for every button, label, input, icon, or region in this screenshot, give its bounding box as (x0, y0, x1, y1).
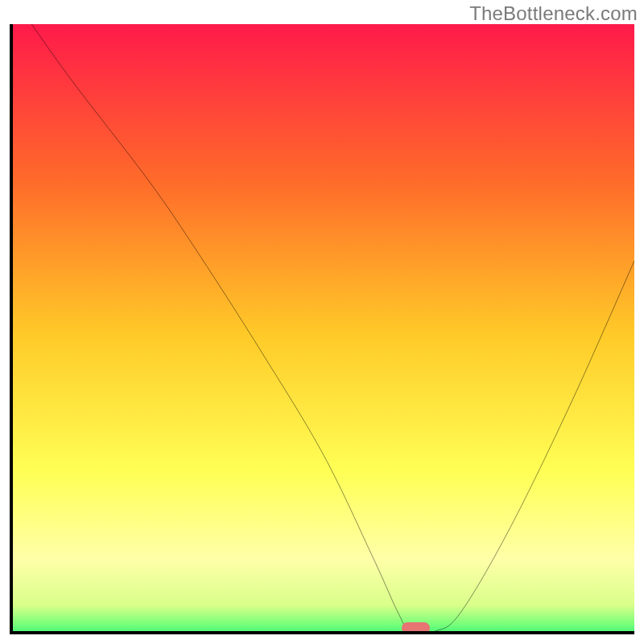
watermark-text: TheBottleneck.com (469, 2, 638, 25)
bottleneck-curve (13, 24, 634, 631)
optimal-marker (402, 622, 430, 634)
plot-area (10, 24, 634, 634)
chart-stage: TheBottleneck.com (0, 0, 644, 644)
